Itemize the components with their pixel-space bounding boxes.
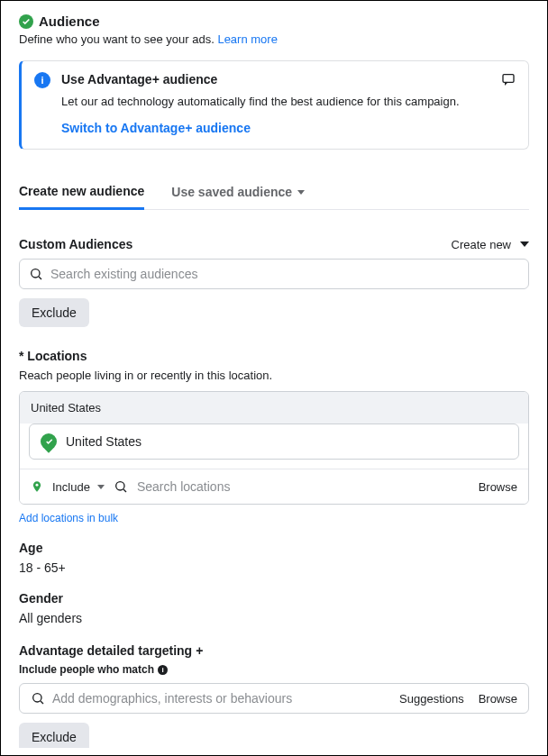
info-card-title: Use Advantage+ audience <box>61 72 516 87</box>
detailed-targeting-input[interactable]: Suggestions Browse <box>19 683 529 714</box>
add-locations-bulk-link[interactable]: Add locations in bulk <box>19 512 529 524</box>
advantage-info-card: i Use Advantage+ audience Let our ad tec… <box>19 60 529 150</box>
tab-use-saved[interactable]: Use saved audience <box>171 177 305 209</box>
check-circle-icon <box>19 14 33 29</box>
detailed-sub-label: Include people who match i <box>19 663 529 676</box>
location-item[interactable]: United States <box>29 424 519 460</box>
page-title: Audience <box>39 14 100 29</box>
gender-label: Gender <box>19 591 529 606</box>
suggestions-button[interactable]: Suggestions <box>399 692 464 706</box>
search-icon <box>29 267 43 281</box>
detailed-targeting-label: Advantage detailed targeting + <box>19 643 529 658</box>
chevron-down-icon <box>520 241 529 247</box>
include-dropdown[interactable]: Include <box>52 480 90 494</box>
create-new-label: Create new <box>452 238 511 251</box>
browse-detailed-button[interactable]: Browse <box>479 692 517 706</box>
info-card-description: Let our ad technology automatically find… <box>61 94 516 110</box>
custom-audiences-label: Custom Audiences <box>19 237 132 251</box>
locations-panel: United States United States Include Brow… <box>19 391 529 505</box>
feedback-icon[interactable] <box>501 72 516 87</box>
custom-audience-search[interactable] <box>19 259 529 289</box>
info-icon: i <box>34 72 50 88</box>
info-icon[interactable]: i <box>158 665 168 675</box>
locations-label: * Locations <box>19 349 529 363</box>
exclude-button[interactable]: Exclude <box>19 298 89 327</box>
svg-point-3 <box>36 484 39 487</box>
search-icon <box>114 479 128 494</box>
exclude-detailed-button[interactable]: Exclude <box>19 723 89 748</box>
page-subtitle: Define who you want to see your ads. Lea… <box>19 32 529 46</box>
age-label: Age <box>19 541 529 555</box>
location-group-header: United States <box>20 392 528 424</box>
tab-create-new[interactable]: Create new audience <box>19 177 144 210</box>
location-pin-outline-icon <box>31 478 43 495</box>
create-new-dropdown[interactable]: Create new <box>452 238 529 251</box>
svg-point-1 <box>32 269 40 278</box>
age-value: 18 - 65+ <box>19 560 529 575</box>
svg-rect-0 <box>503 75 514 83</box>
svg-line-2 <box>39 277 41 279</box>
search-input[interactable] <box>50 267 519 281</box>
chevron-down-icon <box>297 190 305 195</box>
location-item-label: United States <box>66 434 142 449</box>
locations-sub: Reach people living in or recently in th… <box>19 369 529 382</box>
chevron-down-icon[interactable] <box>97 485 105 489</box>
plus-icon: + <box>196 643 203 658</box>
svg-point-4 <box>116 482 124 490</box>
location-search-input[interactable] <box>137 479 470 494</box>
switch-advantage-link[interactable]: Switch to Advantage+ audience <box>61 121 251 135</box>
browse-locations-button[interactable]: Browse <box>479 480 517 494</box>
tab-saved-label: Use saved audience <box>171 185 292 199</box>
svg-point-6 <box>33 694 41 702</box>
detailed-label-text: Advantage detailed targeting <box>19 643 192 658</box>
location-search-row: Include Browse <box>20 469 528 504</box>
search-icon <box>31 691 45 706</box>
subtitle-text: Define who you want to see your ads. <box>19 32 217 46</box>
svg-line-5 <box>123 489 126 492</box>
detailed-sub-text: Include people who match <box>19 663 154 676</box>
location-pin-icon <box>37 430 59 452</box>
detailed-search-input[interactable] <box>52 691 385 706</box>
audience-tabs: Create new audience Use saved audience <box>19 177 529 210</box>
gender-value: All genders <box>19 611 529 625</box>
learn-more-link[interactable]: Learn more <box>217 32 277 46</box>
svg-line-7 <box>41 701 43 704</box>
